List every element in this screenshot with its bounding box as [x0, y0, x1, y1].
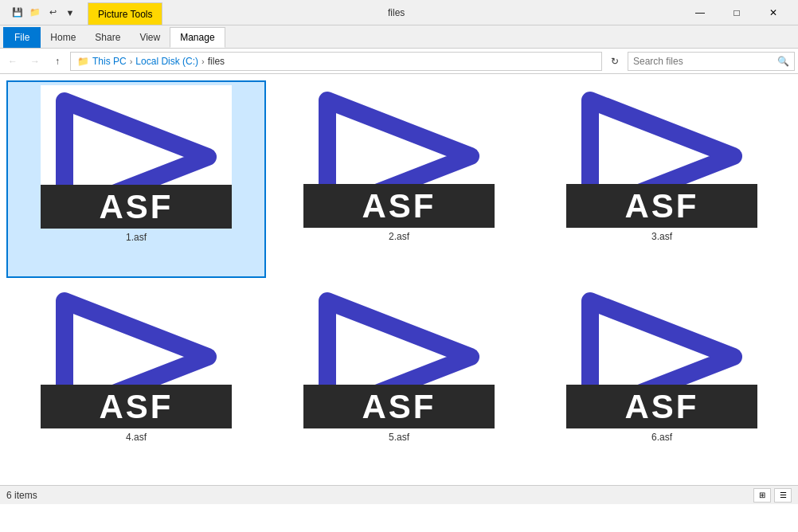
breadcrumb-files: files: [208, 56, 225, 67]
tab-view[interactable]: View: [130, 27, 170, 48]
search-input[interactable]: [633, 56, 774, 67]
save-icon[interactable]: 💾: [10, 5, 25, 21]
address-bar: ← → ↑ 📁 This PC › Local Disk (C:) › file…: [0, 49, 798, 74]
asf-icon: ASF: [303, 84, 495, 228]
file-name: 4.asf: [126, 432, 147, 443]
undo-icon[interactable]: ↩: [45, 5, 61, 21]
file-thumbnail: ASF: [303, 285, 495, 428]
picture-tools-label: Picture Tools: [98, 9, 152, 20]
tab-file[interactable]: File: [3, 27, 41, 48]
asf-icon: ASF: [41, 285, 232, 428]
svg-text:ASF: ASF: [625, 388, 699, 425]
toolbar-dropdown-icon[interactable]: ▼: [62, 5, 78, 21]
tab-share[interactable]: Share: [85, 27, 130, 48]
file-item[interactable]: ASF 4.asf: [6, 281, 266, 479]
list-view-button[interactable]: ☰: [774, 488, 792, 503]
content-area: ASF 1.asf ASF: [0, 74, 798, 485]
file-item[interactable]: ASF 2.asf: [269, 80, 529, 278]
ribbon: File Home Share View Manage: [0, 25, 798, 49]
minimize-button[interactable]: —: [682, 0, 718, 25]
window-title: files: [388, 7, 682, 18]
tab-home[interactable]: Home: [41, 27, 85, 48]
asf-icon: ASF: [566, 84, 757, 228]
ribbon-tabs: File Home Share View Manage: [0, 25, 798, 48]
view-controls: ⊞ ☰: [753, 488, 792, 503]
file-thumbnail: ASF: [41, 85, 232, 229]
folder-small-icon: 📁: [77, 56, 89, 67]
title-tabs: Picture Tools: [88, 0, 381, 25]
file-thumbnail: ASF: [566, 84, 757, 228]
breadcrumb-local-disk[interactable]: Local Disk (C:): [135, 56, 198, 67]
svg-text:ASF: ASF: [100, 188, 174, 225]
window-controls: — □ ✕: [682, 0, 792, 25]
file-thumbnail: ASF: [41, 285, 232, 428]
maximize-button[interactable]: □: [718, 0, 755, 25]
svg-text:ASF: ASF: [100, 388, 174, 425]
close-button[interactable]: ✕: [755, 0, 792, 25]
svg-text:ASF: ASF: [362, 388, 436, 425]
file-grid: ASF 1.asf ASF: [0, 74, 798, 485]
file-item[interactable]: ASF 6.asf: [532, 281, 792, 479]
status-count: 6 items: [6, 490, 37, 501]
file-item[interactable]: ASF 1.asf: [6, 80, 266, 278]
file-name: 6.asf: [651, 432, 672, 443]
back-button[interactable]: ←: [3, 52, 22, 71]
file-thumbnail: ASF: [566, 285, 757, 428]
search-icon: 🔍: [777, 56, 789, 67]
asf-icon: ASF: [41, 85, 232, 229]
up-button[interactable]: ↑: [48, 52, 67, 71]
asf-icon: ASF: [303, 285, 495, 428]
svg-text:ASF: ASF: [625, 187, 699, 225]
folder-icon[interactable]: 📁: [27, 5, 43, 21]
address-input[interactable]: 📁 This PC › Local Disk (C:) › files: [70, 52, 602, 71]
file-item[interactable]: ASF 5.asf: [269, 281, 529, 479]
svg-text:ASF: ASF: [362, 187, 436, 225]
asf-icon: ASF: [566, 285, 757, 428]
file-item[interactable]: ASF 3.asf: [532, 80, 792, 278]
title-bar: 💾 📁 ↩ ▼ Picture Tools files — □ ✕: [0, 0, 798, 25]
file-name: 2.asf: [389, 231, 409, 242]
refresh-button[interactable]: ↻: [605, 52, 624, 71]
file-name: 3.asf: [651, 231, 672, 242]
quick-access-toolbar: 💾 📁 ↩ ▼: [6, 3, 81, 22]
file-name: 5.asf: [389, 432, 409, 443]
file-thumbnail: ASF: [303, 84, 495, 228]
tab-manage[interactable]: Manage: [170, 27, 225, 48]
picture-tools-tab[interactable]: Picture Tools: [88, 2, 162, 25]
status-bar: 6 items ⊞ ☰: [0, 485, 798, 504]
forward-button[interactable]: →: [25, 52, 45, 71]
file-name: 1.asf: [126, 232, 147, 243]
large-icons-view-button[interactable]: ⊞: [753, 488, 771, 503]
search-box[interactable]: 🔍: [628, 52, 795, 71]
breadcrumb-this-pc[interactable]: This PC: [92, 56, 127, 67]
